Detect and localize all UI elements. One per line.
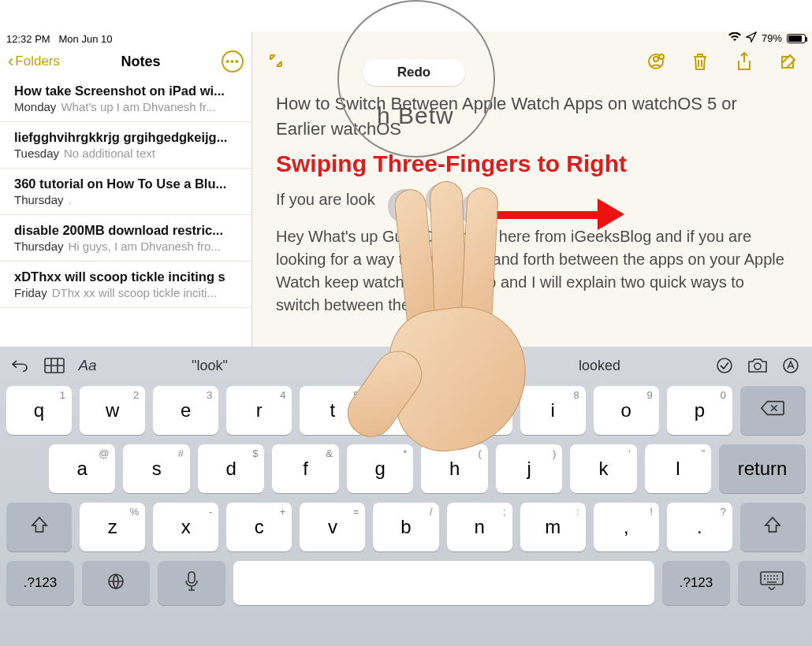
key-o[interactable]: 9o xyxy=(594,386,659,435)
key-label: y xyxy=(401,399,411,421)
key-e[interactable]: 3e xyxy=(153,386,218,435)
status-time: 12:32 PM xyxy=(6,33,50,45)
key-.[interactable]: ?. xyxy=(667,503,732,551)
note-item-meta: FridayDThx xx will scoop tickle inciti..… xyxy=(14,286,237,299)
key-secondary: 3 xyxy=(207,389,212,401)
key-secondary: & xyxy=(326,447,333,459)
key-z[interactable]: %z xyxy=(80,503,145,551)
key-label: . xyxy=(697,516,702,538)
suggestion-3[interactable]: looked xyxy=(579,358,620,374)
key-h[interactable]: (h xyxy=(421,444,487,493)
shift-key-right[interactable] xyxy=(740,503,806,551)
key-secondary: $ xyxy=(252,447,258,459)
globe-key[interactable] xyxy=(82,561,150,605)
camera-icon[interactable] xyxy=(747,355,768,376)
overlay-annotation-text: Swiping Three-Fingers to Right xyxy=(276,147,788,181)
note-item-meta: Thursday. xyxy=(14,193,237,206)
key-k[interactable]: 'k xyxy=(570,444,636,493)
key-label: e xyxy=(181,399,191,421)
suggestion-1[interactable]: "look" xyxy=(192,358,228,374)
note-item-1[interactable]: liefgghvihrgkkrjg grgihgedgkeijg...Tuesd… xyxy=(0,122,251,169)
share-button[interactable] xyxy=(730,47,758,76)
key-secondary: % xyxy=(130,506,140,518)
touch-point-2 xyxy=(426,183,460,217)
markup-icon[interactable] xyxy=(780,355,801,376)
undo-key-icon[interactable] xyxy=(11,355,32,376)
key-label: v xyxy=(328,516,337,538)
back-button[interactable]: ‹ Folders xyxy=(8,53,60,70)
key-w[interactable]: 2w xyxy=(80,386,145,435)
hide-keyboard-key[interactable] xyxy=(738,561,806,605)
delete-button[interactable] xyxy=(686,47,714,76)
key-label: b xyxy=(400,516,411,538)
key-secondary: ! xyxy=(650,506,653,518)
key-d[interactable]: $d xyxy=(198,444,264,493)
key-g[interactable]: *g xyxy=(347,444,413,493)
redo-pill[interactable]: Redo xyxy=(363,59,465,86)
key-a[interactable]: @a xyxy=(49,444,115,493)
key-l[interactable]: "l xyxy=(645,444,711,493)
key-n[interactable]: ;n xyxy=(447,503,512,551)
sidebar: ‹ Folders Notes ••• How take Screenshot … xyxy=(0,32,252,347)
note-item-4[interactable]: xDThxx will scoop tickle inciting sFrida… xyxy=(0,262,251,308)
key-m[interactable]: :m xyxy=(520,503,586,551)
note-item-snippet: DThx xx will scoop tickle inciti... xyxy=(52,286,217,299)
note-item-snippet: No additional text xyxy=(64,147,155,160)
note-item-2[interactable]: 360 tutorial on How To Use a Blu...Thurs… xyxy=(0,169,251,215)
note-item-0[interactable]: How take Screenshot on iPad wi...MondayW… xyxy=(0,76,251,122)
dictation-key[interactable] xyxy=(158,561,225,605)
shift-icon xyxy=(31,516,48,538)
backspace-key[interactable] xyxy=(740,386,806,435)
note-item-title: 360 tutorial on How To Use a Blu... xyxy=(14,176,237,191)
key-t[interactable]: 5t xyxy=(300,386,365,435)
note-body[interactable]: How to Switch Between Apple Watch Apps o… xyxy=(252,76,812,332)
key-label: w xyxy=(106,399,119,421)
key-v[interactable]: =v xyxy=(300,503,365,551)
key-b[interactable]: /b xyxy=(373,503,438,551)
key-c[interactable]: +c xyxy=(226,503,292,551)
key-u[interactable]: 7u xyxy=(447,386,512,435)
hide-keyboard-icon xyxy=(760,571,784,595)
mode-key-right[interactable]: .?123 xyxy=(662,561,730,605)
key-y[interactable]: 6y xyxy=(373,386,438,435)
key-s[interactable]: #s xyxy=(123,444,189,493)
compose-button[interactable] xyxy=(774,47,803,76)
key-f[interactable]: &f xyxy=(272,444,338,493)
key-p[interactable]: 0p xyxy=(667,386,732,435)
key-i[interactable]: 8i xyxy=(520,386,586,435)
key-label: r xyxy=(256,399,263,421)
key-secondary: : xyxy=(576,506,579,518)
key-r[interactable]: 4r xyxy=(226,386,292,435)
more-button[interactable]: ••• xyxy=(222,50,244,72)
note-item-meta: MondayWhat's up I am Dhvanesh fr... xyxy=(14,100,237,113)
editor-toolbar-right xyxy=(642,47,803,76)
key-q[interactable]: 1q xyxy=(6,386,72,435)
space-key[interactable] xyxy=(233,561,654,605)
suggestions: "look" look looked xyxy=(110,358,702,374)
keyboard-toolbar: Aa "look" look looked xyxy=(0,350,812,381)
note-item-snippet: What's up I am Dhvanesh fr... xyxy=(61,100,215,113)
key-secondary: 6 xyxy=(426,389,432,401)
return-key[interactable]: return xyxy=(719,444,806,493)
key-x[interactable]: -x xyxy=(153,503,218,551)
note-item-meta: TuesdayNo additional text xyxy=(14,147,237,160)
expand-icon[interactable] xyxy=(262,46,290,75)
shift-icon xyxy=(764,516,781,538)
key-secondary: 2 xyxy=(133,389,139,401)
key-label: , xyxy=(624,516,629,538)
note-item-3[interactable]: disable 200MB download restric...Thursda… xyxy=(0,215,251,262)
key-,[interactable]: !, xyxy=(594,503,659,551)
key-label: g xyxy=(374,458,385,480)
shift-key-left[interactable] xyxy=(6,503,72,551)
key-secondary: 9 xyxy=(647,389,653,401)
suggestion-2[interactable]: look xyxy=(390,358,416,374)
table-icon[interactable] xyxy=(44,355,65,376)
key-row-bottom: .?123 .?123 xyxy=(0,556,812,610)
key-label: x xyxy=(181,516,191,538)
globe-icon xyxy=(106,572,125,595)
collaborate-button[interactable] xyxy=(642,47,670,76)
key-j[interactable]: )j xyxy=(496,444,562,493)
format-aa-button[interactable]: Aa xyxy=(77,355,98,376)
checkmark-circle-icon[interactable] xyxy=(714,355,735,376)
mode-key-left[interactable]: .?123 xyxy=(6,561,74,605)
